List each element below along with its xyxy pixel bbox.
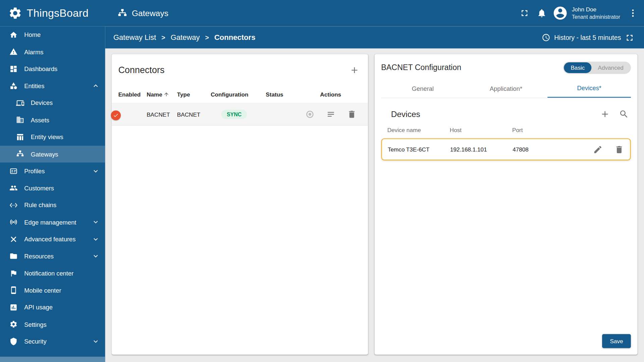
mode-basic-button[interactable]: Basic <box>564 62 591 73</box>
ethernet-icon <box>9 200 18 209</box>
brand[interactable]: ThingsBoard <box>0 6 105 20</box>
plus-icon <box>350 65 359 75</box>
sidebar-item-settings[interactable]: Settings <box>0 316 105 333</box>
mode-toggle: Basic Advanced <box>563 62 631 74</box>
breadcrumb: Gateway List > Gateway > Connectors <box>113 33 255 42</box>
sidebar-item-assets[interactable]: Assets <box>0 111 105 128</box>
connectors-table-header: Enabled Name Type Configuration Status A… <box>112 85 368 104</box>
app: ThingsBoard Gateways John Doe Tenant adm… <box>0 0 644 362</box>
page-head: Gateways <box>117 8 168 18</box>
device-host: 192.168.1.101 <box>450 146 513 153</box>
main-content: Connectors Enabled Name Type Configurati… <box>105 48 644 362</box>
connector-name: BACNET <box>147 111 177 118</box>
tab-devices[interactable]: Devices* <box>548 79 631 98</box>
sidebar-item-devices[interactable]: Devices <box>0 95 105 112</box>
breadcrumb-separator: > <box>161 34 165 41</box>
breadcrumb-bar-right: History - last 5 minutes <box>542 29 638 46</box>
lan-icon <box>16 149 25 159</box>
sidebar-item-dashboards[interactable]: Dashboards <box>0 60 105 77</box>
column-host: Host <box>450 127 512 133</box>
chevron-down-icon <box>91 235 100 244</box>
dashboard-icon <box>9 64 18 73</box>
column-port: Port <box>512 127 553 133</box>
connectors-card-header: Connectors <box>112 54 368 85</box>
smartphone-icon <box>9 286 18 295</box>
sidebar: Home Alarms Dashboards Entities Devices … <box>0 26 105 362</box>
save-button[interactable]: Save <box>602 334 631 348</box>
devices-title: Devices <box>391 109 420 119</box>
gear-icon <box>9 320 18 329</box>
check-icon <box>113 112 119 118</box>
history-range-button[interactable]: History - last 5 minutes <box>542 33 621 42</box>
sidebar-item-resources[interactable]: Resources <box>0 248 105 265</box>
breadcrumb-gateway-list[interactable]: Gateway List <box>113 33 156 42</box>
sidebar-item-gateways[interactable]: Gateways <box>0 145 105 163</box>
chart-icon <box>9 303 18 312</box>
logs-icon <box>326 110 335 119</box>
building-icon <box>16 115 25 124</box>
add-connector-button[interactable] <box>347 63 362 77</box>
sidebar-item-security[interactable]: Security <box>0 333 105 350</box>
trash-icon <box>614 145 624 154</box>
edit-device-button[interactable] <box>592 144 603 155</box>
thingsboard-logo-icon <box>8 6 22 20</box>
user-block[interactable]: John Doe Tenant administrator <box>572 6 620 21</box>
breadcrumb-gateway[interactable]: Gateway <box>171 33 200 42</box>
sidebar-item-rule-chains[interactable]: Rule chains <box>0 197 105 214</box>
devices-table-header: Device name Host Port <box>375 127 638 138</box>
expand-button[interactable] <box>621 29 638 46</box>
delete-device-button[interactable] <box>613 144 624 155</box>
search-icon <box>619 109 629 119</box>
column-type: Type <box>177 91 211 98</box>
configuration-title: BACNET Configuration <box>381 63 461 72</box>
avatar[interactable] <box>552 5 569 21</box>
entities-icon <box>9 81 18 90</box>
breadcrumb-separator: > <box>205 34 209 41</box>
trash-icon <box>347 110 356 119</box>
sidebar-item-profiles[interactable]: Profiles <box>0 163 105 180</box>
mode-advanced-button[interactable]: Advanced <box>591 62 630 73</box>
sidebar-item-entities[interactable]: Entities <box>0 77 105 95</box>
sidebar-item-mobile-center[interactable]: Mobile center <box>0 282 105 299</box>
configuration-sync-chip: SYNC <box>221 110 247 119</box>
people-icon <box>9 184 18 193</box>
sidebar-item-edge-management[interactable]: Edge management <box>0 214 105 231</box>
chevron-down-icon <box>91 337 100 346</box>
tab-general[interactable]: General <box>381 79 464 98</box>
column-enabled: Enabled <box>118 91 147 98</box>
configuration-card: BACNET Configuration Basic Advanced Gene… <box>375 54 638 355</box>
history-label: History - last 5 minutes <box>554 34 621 41</box>
sidebar-item-api-usage[interactable]: API usage <box>0 299 105 316</box>
column-name[interactable]: Name <box>147 91 177 98</box>
page-title: Gateways <box>132 8 168 18</box>
sidebar-item-customers[interactable]: Customers <box>0 180 105 197</box>
sidebar-item-advanced-features[interactable]: Advanced features <box>0 231 105 248</box>
connector-row[interactable]: BACNET BACNET SYNC <box>112 104 368 126</box>
clock-icon <box>542 33 550 42</box>
notifications-button[interactable] <box>533 4 550 21</box>
chevron-down-icon <box>91 167 100 176</box>
expand-icon <box>625 33 634 42</box>
device-row[interactable]: Temco T3E-6CT 192.168.1.101 47808 <box>381 138 631 161</box>
sidebar-item-alarms[interactable]: Alarms <box>0 43 105 60</box>
search-device-button[interactable] <box>617 107 631 121</box>
sidebar-item-notification-center[interactable]: Notification center <box>0 265 105 282</box>
logs-button[interactable] <box>325 109 336 120</box>
connectors-card: Connectors Enabled Name Type Configurati… <box>112 54 368 355</box>
topbar: ThingsBoard Gateways John Doe Tenant adm… <box>0 0 644 26</box>
more-menu-button[interactable] <box>624 4 641 21</box>
tab-application[interactable]: Application* <box>465 79 548 98</box>
column-configuration: Configuration <box>211 91 266 98</box>
sort-asc-icon <box>164 91 169 97</box>
sidebar-item-entity-views[interactable]: Entity views <box>0 128 105 145</box>
add-device-button[interactable] <box>598 107 612 121</box>
devices-actions <box>598 107 631 121</box>
sidebar-item-home[interactable]: Home <box>0 26 105 43</box>
gateways-icon <box>117 8 127 18</box>
sidebar-partial-item <box>0 357 105 362</box>
delete-connector-button[interactable] <box>346 109 357 120</box>
rpc-button <box>304 109 315 120</box>
column-status: Status <box>266 91 300 98</box>
chevron-up-icon <box>91 81 100 90</box>
fullscreen-button[interactable] <box>516 4 533 21</box>
